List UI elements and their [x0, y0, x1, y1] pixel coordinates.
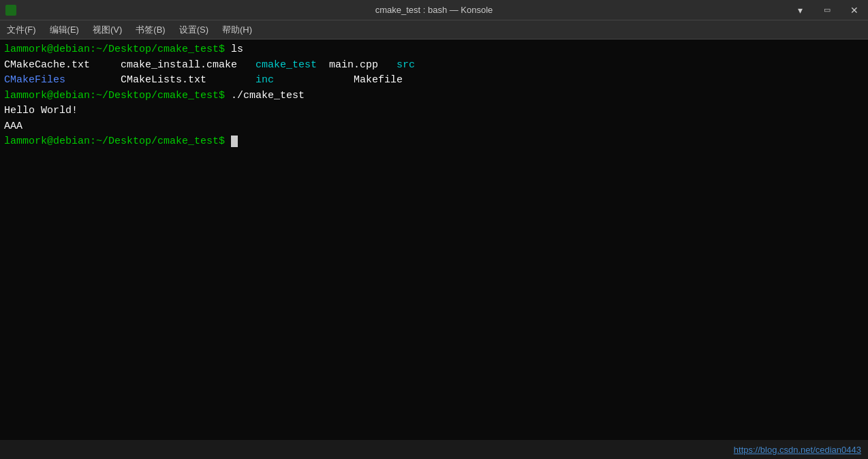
prompt-3: lammork@debian:~/Desktop/cmake_test$ — [4, 136, 225, 147]
file-cmakelists: CMakeLists.txt — [65, 74, 255, 86]
file-cmakecache: CMakeCache.txt — [4, 59, 121, 71]
file-inc: inc — [255, 74, 274, 86]
menu-edit[interactable]: 编辑(E) — [43, 21, 86, 39]
file-src: src — [378, 59, 415, 71]
command-ls: ls — [225, 44, 243, 55]
close-button[interactable]: ✕ — [841, 0, 868, 20]
menu-settings[interactable]: 设置(S) — [172, 21, 215, 39]
menu-help[interactable]: 帮助(H) — [215, 21, 259, 39]
terminal-line-1: lammork@debian:~/Desktop/cmake_test$ ls — [4, 42, 864, 58]
menu-bookmarks[interactable]: 书签(B) — [129, 21, 172, 39]
terminal-ls-row1: CMakeCache.txt cmake_install.cmake cmake… — [4, 58, 864, 74]
terminal-output-hello: Hello World! — [4, 104, 864, 119]
menu-file[interactable]: 文件(F) — [0, 21, 43, 39]
chevron-down-icon: ▾ — [798, 5, 803, 16]
file-cmake-test: cmake_test — [255, 59, 317, 71]
statusbar: https://blog.csdn.net/cedian0443 — [0, 440, 868, 459]
watermark-url: https://blog.csdn.net/cedian0443 — [734, 445, 861, 455]
file-cmake-install: cmake_install.cmake — [121, 59, 255, 71]
file-makefile: Makefile — [274, 74, 403, 86]
titlebar-left — [0, 5, 16, 16]
restore-button[interactable]: ▭ — [813, 0, 841, 20]
terminal-content[interactable]: lammork@debian:~/Desktop/cmake_test$ ls … — [0, 39, 868, 440]
terminal-output-aaa: AAA — [4, 119, 864, 135]
terminal-line-4: lammork@debian:~/Desktop/cmake_test$ ./c… — [4, 89, 864, 104]
prompt-2: lammork@debian:~/Desktop/cmake_test$ — [4, 90, 225, 101]
command-run: ./cmake_test — [225, 90, 305, 101]
restore-icon: ▭ — [824, 5, 831, 14]
prompt-1: lammork@debian:~/Desktop/cmake_test$ — [4, 44, 225, 55]
titlebar-controls: ▾ ▭ ✕ — [786, 0, 868, 20]
titlebar: cmake_test : bash — Konsole ▾ ▭ ✕ — [0, 0, 868, 20]
file-main-cpp: main.cpp — [317, 59, 378, 71]
konsole-icon — [5, 5, 16, 16]
terminal-cursor — [231, 136, 238, 147]
menubar: 文件(F) 编辑(E) 视图(V) 书签(B) 设置(S) 帮助(H) — [0, 20, 868, 39]
terminal-line-7: lammork@debian:~/Desktop/cmake_test$ — [4, 134, 864, 150]
minimize-button[interactable]: ▾ — [786, 0, 813, 20]
close-icon: ✕ — [850, 5, 858, 16]
titlebar-title: cmake_test : bash — Konsole — [375, 5, 493, 15]
file-cmakefiles: CMakeFiles — [4, 74, 65, 86]
terminal-ls-row2: CMakeFiles CMakeLists.txt inc Makefile — [4, 73, 864, 89]
menu-view[interactable]: 视图(V) — [86, 21, 129, 39]
